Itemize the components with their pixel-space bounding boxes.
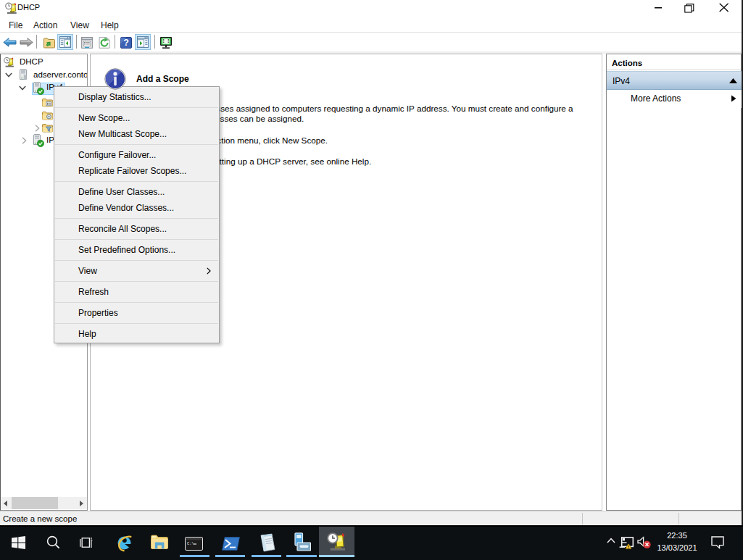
svg-text:?: ? bbox=[123, 38, 129, 48]
svg-text:C:\: C:\ bbox=[187, 542, 194, 546]
